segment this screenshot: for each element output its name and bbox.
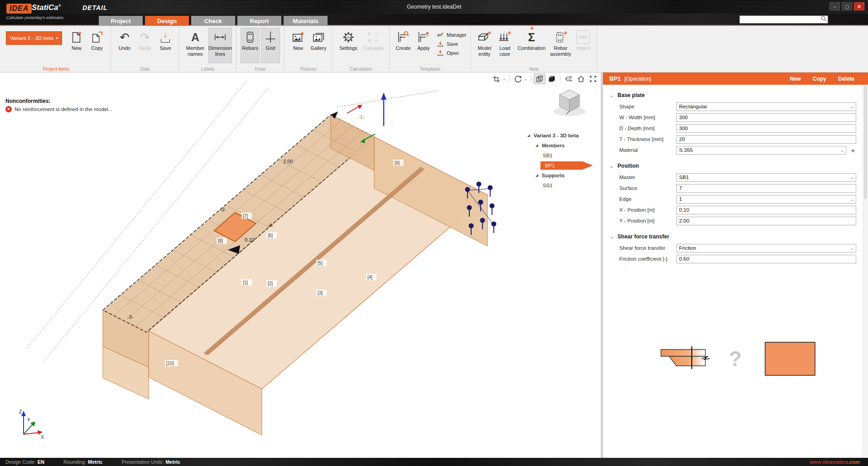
model-entity-button[interactable]: Model entity [475,28,494,63]
website-link[interactable]: www.ideastatica.com [810,459,860,465]
settings-button[interactable]: </> Settings [337,28,360,63]
search-box[interactable] [739,15,828,24]
tab-design[interactable]: Design [145,16,189,26]
tag-7: [7] [243,214,248,218]
viewport-toolbar: ⌄ ⌄ [490,73,599,84]
combination-button[interactable]: Σ+ Combination [516,28,547,63]
thickness-input[interactable]: 20 [676,135,856,144]
tree-item-members[interactable]: Members [522,141,601,150]
template-open-button[interactable]: Open [436,49,466,57]
delete-operation-button[interactable]: Delete [838,76,854,82]
rebar-assembly-button[interactable]: Rebar assembly [549,28,572,63]
new-project-item-button[interactable]: New [67,28,86,63]
variant-selector[interactable]: Variant 3 - 3D beta ▾ [6,31,62,45]
nonconformities-title: Nonconformities: [5,98,112,104]
template-create-button[interactable]: Create [394,28,413,63]
tab-report[interactable]: Report [237,16,281,26]
chevron-down-icon[interactable]: ⌄ [524,77,529,81]
template-apply-button[interactable]: Apply [414,28,433,63]
dim-length: 2.00 [283,159,293,164]
friction-coefficient-input[interactable]: 0.60 [676,255,856,263]
orbit-button[interactable] [512,73,524,84]
clipping-button[interactable] [490,73,502,84]
surface-input[interactable]: 7 [676,184,856,193]
expander-icon[interactable] [535,173,539,178]
copy-operation-button[interactable]: Copy [813,76,826,82]
property-row-master: Master SB1 ⌄ [603,172,863,183]
width-input[interactable]: 300 [676,113,856,122]
expand-icon [589,75,597,83]
new-picture-button[interactable]: New [289,28,308,63]
y-position-input[interactable]: 2.00 [676,217,856,225]
undo-button[interactable]: ↶ Undo [115,28,134,63]
expander-icon[interactable] [526,133,531,138]
home-view-button[interactable] [575,73,587,84]
new-operation-button[interactable]: New [790,76,801,82]
tree-item-sb1[interactable]: SB1 [522,150,601,160]
edge-select[interactable]: 1 ⌄ [676,195,856,204]
save-button[interactable]: ↓ Save [156,28,175,63]
property-row-width: W - Width [mm] 300 [603,112,863,123]
tag-9: [9] [395,160,400,165]
construction-line [338,91,439,107]
search-input[interactable] [740,16,820,23]
redo-button[interactable]: ↷ Redo [135,28,154,63]
template-manager-button[interactable]: Manager [436,31,466,39]
load-case-icon [497,29,512,45]
tab-materials[interactable]: Materials [284,16,328,26]
shear-transfer-select[interactable]: Friction ⌄ [676,244,856,252]
tab-check[interactable]: Check [191,16,235,26]
tree-item-variant[interactable]: Variant 3 - 3D beta [522,131,601,141]
3d-scene[interactable]: 2.00 0.10 -2- -3- -4- -1- [1] [2] [3] [4… [0,73,601,458]
rebars-icon [242,29,258,45]
property-row-y-position: Y - Position [m] 2.00 [603,215,863,226]
fullscreen-button[interactable] [587,73,599,84]
master-select[interactable]: SB1 ⌄ [676,173,856,182]
section-base-plate[interactable]: ⌄ Base plate [603,89,863,101]
nonconformities-message: No reinforcement is defined in the model… [14,107,112,112]
status-units: Presentation Units:Metric [122,459,180,465]
calculate-button[interactable]: + −× ÷ Calculate [362,28,385,63]
navigation-cube[interactable] [549,84,590,120]
section-shear-force-transfer[interactable]: ⌄ Shear force transfer [603,231,863,243]
undo-icon: ↶ [117,29,132,45]
load-case-button[interactable]: Load case [495,28,514,63]
shape-select[interactable]: Rectangular ⌄ [676,102,856,111]
expander-icon[interactable] [535,143,539,148]
member-names-button[interactable]: A Member names [183,28,207,63]
copy-project-item-button[interactable]: Copy [87,28,106,63]
material-select[interactable]: S 355 ⌄ [676,146,846,155]
panel-scrollbar[interactable] [863,85,868,458]
dimension-lines-button[interactable]: Dimension lines [208,28,232,63]
add-material-button[interactable]: + [849,146,857,154]
selected-entity-type: [Operation] [624,76,651,82]
minimize-button[interactable]: – [829,2,840,10]
tree-item-bp1[interactable]: BP1 [522,160,601,170]
chevron-down-icon: ⌄ [850,246,854,251]
scrollbar-thumb[interactable] [864,86,867,199]
tree-item-supports[interactable]: Supports [522,170,601,180]
3d-viewport[interactable]: 2.00 0.10 -2- -3- -4- -1- [1] [2] [3] [4… [0,73,601,458]
save-icon: ↓ [158,29,173,45]
wireframe-view-button[interactable] [534,73,545,84]
chevron-down-icon: ⌄ [609,233,614,240]
sigma-icon: Σ [528,31,535,44]
section-position[interactable]: ⌄ Position [603,160,863,172]
chevron-down-icon[interactable]: ⌄ [502,77,507,81]
rebars-button[interactable]: Rebars [241,28,260,63]
grid-button[interactable]: Grid [261,28,280,63]
x-position-input[interactable]: 0.10 [676,206,856,214]
depth-input[interactable]: 300 [676,124,856,133]
tree-item-ss1[interactable]: SS1 [522,180,601,190]
template-save-button[interactable]: Save [436,40,466,48]
maximize-button[interactable]: ▢ [842,2,852,10]
faces-view-button[interactable] [563,73,574,84]
dxf-import-button[interactable]: DXF Import [574,28,593,63]
close-button[interactable]: ✕ [854,2,864,10]
status-bar: Design Code:EN Rounding:Metric Presentat… [0,458,868,466]
property-row-thickness: T - Thickness [mm] 20 [603,134,863,145]
solid-view-button[interactable] [546,73,558,84]
tab-project[interactable]: Project [99,16,143,26]
gallery-button[interactable]: Gallery [309,28,328,63]
chevron-down-icon: ⌄ [850,104,854,109]
